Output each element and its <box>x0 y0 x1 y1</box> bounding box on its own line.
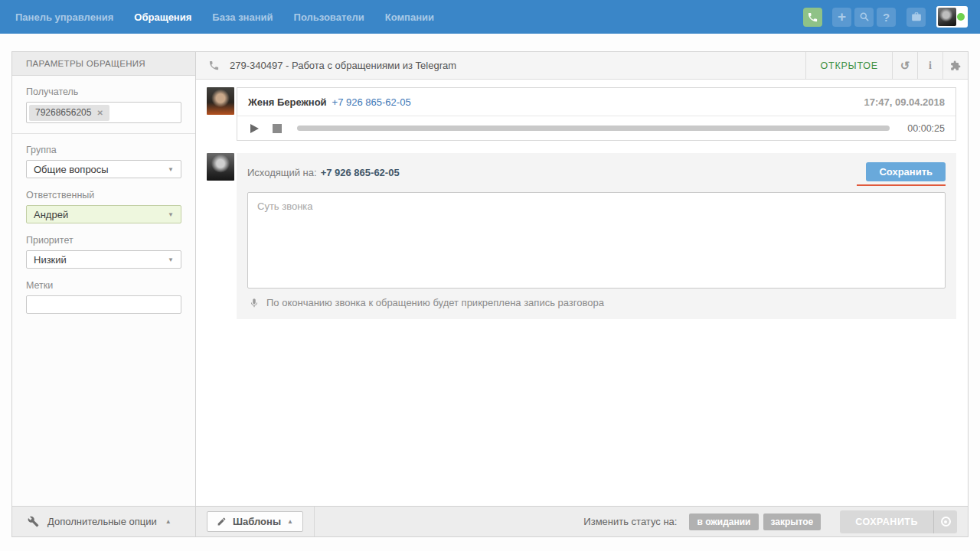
assignee-label: Ответственный <box>26 190 181 201</box>
sidebar-title: ПАРАМЕТРЫ ОБРАЩЕНИЯ <box>12 52 195 76</box>
avatar <box>938 8 956 26</box>
audio-progress-bar[interactable] <box>297 126 890 131</box>
composer-box: Исходящий на: +7 926 865-62-05 Сохранить… <box>237 153 956 319</box>
topbar-button-cluster: + ? <box>832 8 896 27</box>
priority-select[interactable]: Низкий ▼ <box>26 250 181 269</box>
recipient-label: Получатель <box>26 86 181 97</box>
chevron-down-icon: ▼ <box>168 166 174 173</box>
top-navigation-bar: Панель управления Обращения База знаний … <box>0 0 980 34</box>
chevron-up-icon: ▲ <box>287 518 293 525</box>
question-icon: ? <box>883 11 890 23</box>
history-button[interactable]: ↺ <box>892 52 917 79</box>
ticket-body: Женя Бережной +7 926 865-62-05 17:47, 09… <box>196 80 968 506</box>
online-status-dot <box>957 13 965 21</box>
help-button[interactable]: ? <box>877 8 896 27</box>
puzzle-icon <box>950 60 961 71</box>
composer-column: Исходящий на: +7 926 865-62-05 Сохранить… <box>237 153 956 319</box>
change-status-label: Изменить статус на: <box>583 516 677 527</box>
assignee-field: Ответственный Андрей ▼ <box>26 190 181 223</box>
chevron-down-icon: ▼ <box>168 256 174 263</box>
call-summary-textarea[interactable] <box>247 192 946 289</box>
chip-remove-icon[interactable]: ✕ <box>96 109 103 117</box>
recording-note: По окончанию звонка к обращению будет пр… <box>247 297 946 308</box>
ticket-panel: 279-340497 - Работа с обращениями из Tel… <box>196 51 969 537</box>
caller-phone-link[interactable]: +7 926 865-62-05 <box>332 96 411 108</box>
search-icon <box>859 11 870 22</box>
save-ticket-button[interactable]: СОХРАНИТЬ <box>840 510 933 533</box>
chevron-up-icon: ▲ <box>165 518 172 525</box>
workspace: ПАРАМЕТРЫ ОБРАЩЕНИЯ Получатель 792686562… <box>11 51 969 537</box>
pencil-icon <box>217 517 227 527</box>
history-icon: ↺ <box>900 59 910 73</box>
merge-button[interactable] <box>942 52 968 79</box>
call-button[interactable] <box>803 8 822 27</box>
call-message: Женя Бережной +7 926 865-62-05 17:47, 09… <box>207 87 956 141</box>
search-button[interactable] <box>854 8 874 27</box>
caller-name: Женя Бережной <box>248 96 327 108</box>
recipient-section: Получатель 79268656205 ✕ <box>12 76 195 134</box>
avatar <box>207 153 234 181</box>
stop-icon[interactable] <box>273 124 282 133</box>
call-message-column: Женя Бережной +7 926 865-62-05 17:47, 09… <box>237 87 956 141</box>
toolbox-button[interactable] <box>906 8 926 27</box>
footer-divider <box>314 507 315 536</box>
add-button[interactable]: + <box>832 8 851 27</box>
recipient-chip-value: 79268656205 <box>35 107 91 118</box>
plus-icon: + <box>838 9 846 24</box>
recipient-input[interactable]: 79268656205 ✕ <box>26 102 181 123</box>
info-icon: i <box>929 60 932 72</box>
assignee-select[interactable]: Андрей ▼ <box>26 205 181 223</box>
group-label: Группа <box>26 145 181 155</box>
save-note-button[interactable]: Сохранить <box>866 162 946 181</box>
call-timestamp: 17:47, 09.04.2018 <box>864 96 945 108</box>
status-closed-button[interactable]: закрытое <box>763 514 822 530</box>
status-pending-button[interactable]: в ожидании <box>689 514 758 530</box>
priority-label: Приоритет <box>26 235 181 246</box>
nav-item-dashboard[interactable]: Панель управления <box>15 11 113 23</box>
play-icon[interactable] <box>250 124 259 133</box>
sidebar-body: Получатель 79268656205 ✕ Группа Общие во… <box>12 76 195 506</box>
save-options-button[interactable] <box>933 510 957 533</box>
priority-select-value: Низкий <box>34 254 67 266</box>
assignee-select-value: Андрей <box>34 209 68 220</box>
group-field: Группа Общие вопросы ▼ <box>26 145 181 178</box>
priority-field: Приоритет Низкий ▼ <box>26 235 181 269</box>
ticket-header-left: 279-340497 - Работа с обращениями из Tel… <box>196 52 805 79</box>
save-split-button: СОХРАНИТЬ <box>840 510 957 533</box>
templates-label: Шаблоны <box>233 516 281 527</box>
call-message-box: Женя Бережной +7 926 865-62-05 17:47, 09… <box>237 87 956 141</box>
outgoing-phone-number: +7 926 865-62-05 <box>321 167 400 178</box>
ticket-header: 279-340497 - Работа с обращениями из Tel… <box>196 52 968 80</box>
recipient-chip: 79268656205 ✕ <box>29 105 109 121</box>
info-button[interactable]: i <box>917 52 942 79</box>
group-select[interactable]: Общие вопросы ▼ <box>26 160 181 178</box>
direction-label: Исходящий на: <box>247 167 317 178</box>
composer-header-row: Исходящий на: +7 926 865-62-05 Сохранить <box>247 162 946 183</box>
phone-icon <box>208 60 220 71</box>
call-message-header: Женя Бережной +7 926 865-62-05 17:47, 09… <box>237 88 956 116</box>
save-underline <box>857 184 946 186</box>
templates-button[interactable]: Шаблоны ▲ <box>207 511 303 532</box>
wrench-icon <box>28 516 39 527</box>
user-menu[interactable] <box>936 6 968 28</box>
tags-input[interactable] <box>26 295 181 314</box>
nav-item-companies[interactable]: Компании <box>385 11 434 23</box>
ticket-footer: Шаблоны ▲ Изменить статус на: в ожидании… <box>196 506 968 536</box>
nav-item-knowledge-base[interactable]: База знаний <box>212 11 273 23</box>
sidebar-fields: Группа Общие вопросы ▼ Ответственный Анд… <box>12 134 195 314</box>
additional-options-label: Дополнительные опции <box>47 516 157 527</box>
microphone-icon <box>249 298 260 308</box>
group-select-value: Общие вопросы <box>34 164 109 175</box>
ticket-status-badge[interactable]: ОТКРЫТОЕ <box>805 52 892 79</box>
main-nav: Панель управления Обращения База знаний … <box>15 11 434 23</box>
additional-options-toggle[interactable]: Дополнительные опции ▲ <box>12 506 195 536</box>
chevron-down-icon: ▼ <box>168 211 174 218</box>
tags-label: Метки <box>26 280 181 291</box>
recording-note-text: По окончанию звонка к обращению будет пр… <box>266 297 604 308</box>
ticket-parameters-sidebar: ПАРАМЕТРЫ ОБРАЩЕНИЯ Получатель 792686562… <box>11 51 196 537</box>
nav-item-tickets[interactable]: Обращения <box>134 11 191 23</box>
outgoing-call-composer: Исходящий на: +7 926 865-62-05 Сохранить… <box>207 153 956 319</box>
tags-field: Метки <box>26 280 181 314</box>
nav-item-users[interactable]: Пользователи <box>294 11 364 23</box>
record-icon <box>941 517 951 527</box>
